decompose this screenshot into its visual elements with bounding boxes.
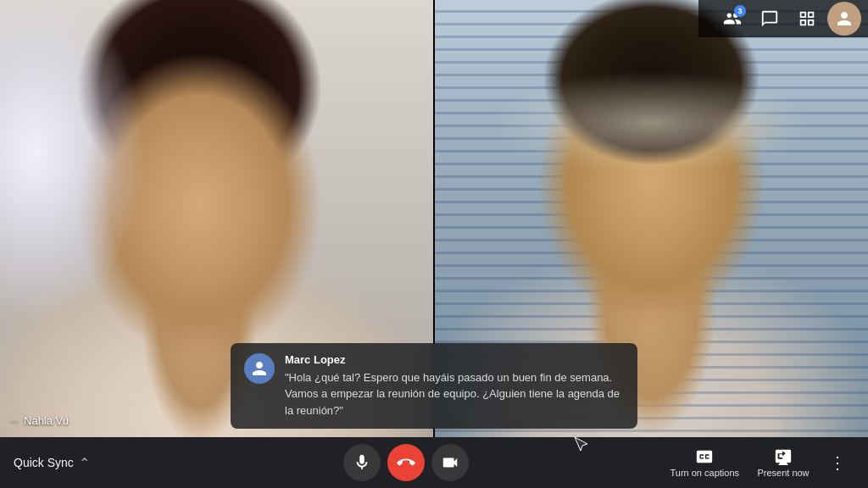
user-avatar[interactable] — [827, 2, 861, 36]
end-call-button[interactable] — [387, 444, 425, 481]
participant-name-left: Nahla Vu — [24, 414, 69, 427]
layout-button[interactable] — [790, 2, 824, 36]
mic-button[interactable] — [343, 444, 381, 481]
caption-content: Marc Lopez "Hola ¿qué tal? Espero que ha… — [285, 353, 624, 419]
present-button[interactable]: Present now — [749, 444, 817, 481]
caption-speaker-name: Marc Lopez — [285, 353, 624, 366]
right-controls: Turn on captions Present now ⋮ — [663, 444, 854, 481]
meeting-options-chevron[interactable]: ⌃ — [79, 455, 90, 471]
chat-button[interactable] — [753, 2, 787, 36]
camera-button[interactable] — [431, 444, 469, 481]
bottom-bar: Quick Sync ⌃ Turn on captions — [0, 437, 868, 488]
participants-button[interactable]: 3 — [715, 2, 749, 36]
tile-name-left: ··· Nahla Vu — [10, 414, 69, 427]
mic-off-indicator-left: ··· — [10, 415, 19, 427]
center-controls — [149, 444, 663, 481]
caption-overlay: Marc Lopez "Hola ¿qué tal? Espero que ha… — [231, 343, 637, 430]
caption-speaker-avatar — [244, 353, 275, 384]
present-label: Present now — [757, 468, 809, 478]
meeting-title-section: Quick Sync ⌃ — [14, 455, 149, 471]
meeting-title-text: Quick Sync — [14, 456, 74, 469]
captions-button[interactable]: Turn on captions — [663, 444, 746, 481]
caption-text: "Hola ¿qué tal? Espero que hayáis pasado… — [285, 369, 624, 419]
top-bar: 3 — [698, 0, 868, 37]
more-options-button[interactable]: ⋮ — [821, 446, 854, 480]
participants-count-badge: 3 — [734, 5, 746, 17]
captions-label: Turn on captions — [670, 468, 739, 478]
